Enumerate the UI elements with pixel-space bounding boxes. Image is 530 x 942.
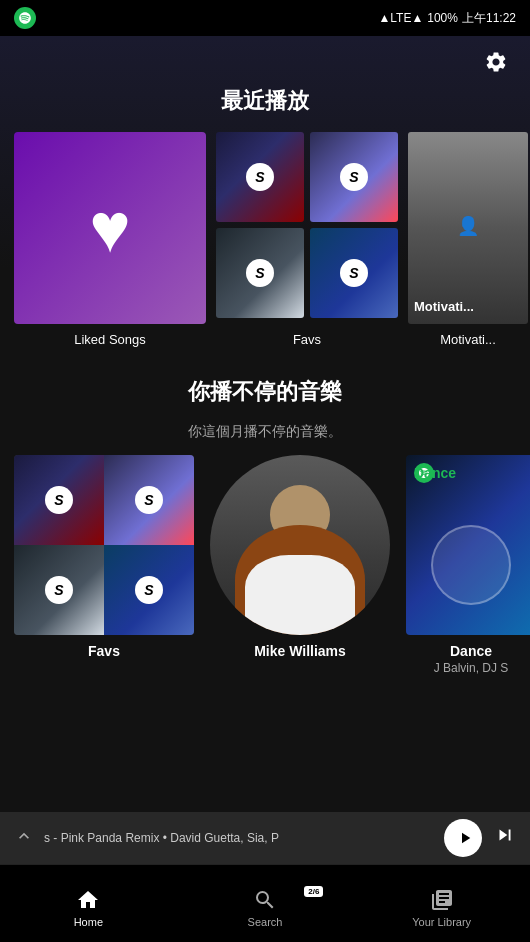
spinnin-logo-4: S xyxy=(340,259,368,287)
nonstop-title: 你播不停的音樂 xyxy=(0,377,530,407)
search-label: Search xyxy=(248,916,283,928)
player-controls xyxy=(444,819,516,857)
nav-library[interactable]: Your Library xyxy=(353,880,530,928)
favs-label: Favs xyxy=(216,332,398,347)
nav-search[interactable]: 2/6 Search xyxy=(177,880,354,928)
mike-williams-label: Mike Williams xyxy=(210,643,390,659)
motivation-thumbnail: 👤 Motivati... xyxy=(408,132,528,324)
motivation-card[interactable]: 👤 Motivati... Motivati... xyxy=(408,132,528,347)
home-icon xyxy=(76,888,100,912)
settings-button[interactable] xyxy=(480,46,512,78)
dance-sublabel: J Balvin, DJ S xyxy=(406,661,530,675)
skip-next-button[interactable] xyxy=(494,824,516,852)
search-icon xyxy=(253,888,277,912)
player-bar: s - Pink Panda Remix • David Guetta, Sia… xyxy=(0,812,530,864)
play-button[interactable] xyxy=(444,819,482,857)
time-display: 上午11:22 xyxy=(462,10,516,27)
nav-home[interactable]: Home xyxy=(0,880,177,928)
nonstop-subtitle: 你這個月播不停的音樂。 xyxy=(0,423,530,441)
liked-songs-label: Liked Songs xyxy=(14,332,206,347)
liked-songs-card[interactable]: ♥ Liked Songs xyxy=(14,132,206,347)
favs-bottom-row: S S xyxy=(216,228,398,318)
header xyxy=(0,36,530,78)
nonstop-favs-thumb: S S S xyxy=(14,455,194,635)
search-count-badge: 2/6 xyxy=(304,886,323,897)
mike-williams-photo xyxy=(210,455,390,635)
nonstop-s4: S xyxy=(135,576,163,604)
library-label: Your Library xyxy=(412,916,471,928)
dance-overlay-text: Dance xyxy=(414,465,456,481)
player-track-info: s - Pink Panda Remix • David Guetta, Sia… xyxy=(44,831,434,845)
favs-top-row: S S xyxy=(216,132,398,222)
spinnin-logo-1: S xyxy=(246,163,274,191)
battery-indicator: 100% xyxy=(427,11,458,25)
nonstop-favs[interactable]: S S S xyxy=(14,455,194,675)
main-content: 最近播放 ♥ Liked Songs S xyxy=(0,36,530,812)
motivation-overlay-text: Motivati... xyxy=(414,299,474,314)
dance-thumb: Dance xyxy=(406,455,530,635)
favs-card[interactable]: S S S xyxy=(216,132,398,347)
liked-songs-thumbnail: ♥ xyxy=(14,132,206,324)
favs-thumb-3: S xyxy=(216,228,304,318)
status-bar: ▲LTE▲ 100% 上午11:22 xyxy=(0,0,530,36)
recent-section: 最近播放 ♥ Liked Songs S xyxy=(0,86,530,347)
favs-thumb-1: S xyxy=(216,132,304,222)
library-icon xyxy=(430,888,454,912)
spinnin-logo-3: S xyxy=(246,259,274,287)
nonstop-s3: S xyxy=(45,576,73,604)
nonstop-mike[interactable]: Mike Williams xyxy=(210,455,390,675)
recent-grid: ♥ Liked Songs S S xyxy=(0,132,530,347)
player-expand-button[interactable] xyxy=(14,826,34,851)
nonstop-s2: S xyxy=(135,486,163,514)
nonstop-s1: S xyxy=(45,486,73,514)
network-indicator: ▲LTE▲ xyxy=(378,11,423,25)
nonstop-section: 你播不停的音樂 你這個月播不停的音樂。 S S xyxy=(0,377,530,675)
nonstop-scroll: S S S xyxy=(0,455,530,675)
status-right: ▲LTE▲ 100% 上午11:22 xyxy=(378,10,516,27)
nonstop-dance[interactable]: Dance Dance J Balvin, DJ S xyxy=(406,455,530,675)
bottom-nav: Home 2/6 Search Your Library xyxy=(0,864,530,942)
nonstop-favs-label: Favs xyxy=(14,643,194,659)
spinnin-logo-2: S xyxy=(340,163,368,191)
home-label: Home xyxy=(74,916,103,928)
spotify-logo xyxy=(14,7,36,29)
favs-thumb-4: S xyxy=(310,228,398,318)
dance-label: Dance xyxy=(406,643,530,659)
motivation-label: Motivati... xyxy=(408,332,528,347)
favs-thumb-2: S xyxy=(310,132,398,222)
recent-title: 最近播放 xyxy=(0,86,530,116)
heart-icon: ♥ xyxy=(89,188,131,268)
